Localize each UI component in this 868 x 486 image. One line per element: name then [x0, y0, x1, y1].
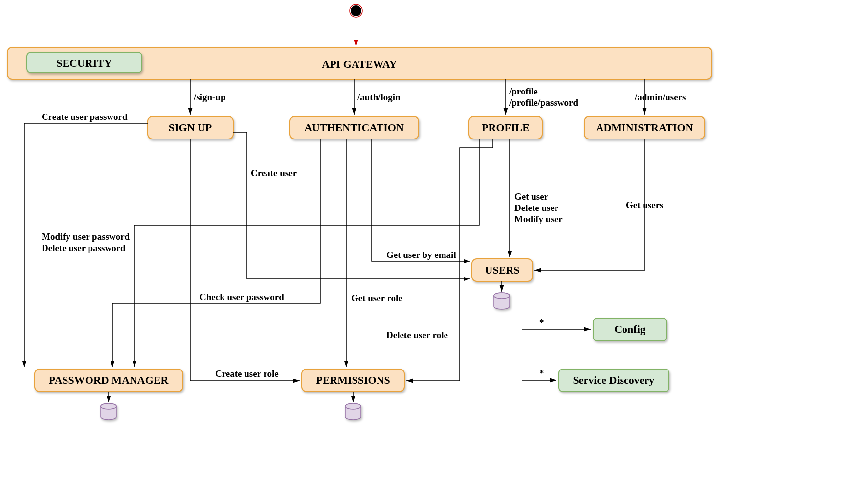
edge-check-user-pw: Check user password	[200, 292, 284, 302]
gateway-label: API GATEWAY	[322, 58, 397, 70]
edge-create-user: Create user	[251, 168, 297, 178]
edge-profile-route2: /profile/password	[509, 97, 579, 108]
edge-get-user-role: Get user role	[351, 293, 402, 303]
profile-label: PROFILE	[482, 121, 530, 134]
edge-create-user-pw: Create user password	[42, 112, 128, 122]
edge-get-users: Get users	[626, 200, 664, 210]
edge-star-discovery: *	[539, 368, 544, 378]
edge-delete-user: Delete user	[514, 203, 559, 213]
users-label: USERS	[485, 264, 520, 276]
svg-point-6	[101, 403, 116, 409]
edge-admin-route: /admin/users	[634, 92, 686, 102]
edge-get-user-email: Get user by email	[386, 250, 456, 260]
db-icon-pwmgr	[101, 403, 116, 420]
initial-node-icon	[351, 5, 361, 16]
edge-modify-user: Modify user	[514, 214, 563, 224]
edge-profile-route1: /profile	[509, 86, 538, 96]
svg-point-8	[345, 403, 361, 409]
discovery-label: Service Discovery	[573, 374, 655, 386]
auth-label: AUTHENTICATION	[304, 121, 404, 134]
db-icon-users	[494, 293, 510, 309]
svg-point-4	[494, 293, 510, 299]
edge-delete-user-pw: Delete user password	[42, 243, 126, 253]
pwmgr-label: PASSWORD MANAGER	[49, 374, 169, 386]
security-label: SECURITY	[56, 57, 112, 69]
edge-star-config: *	[539, 317, 544, 327]
edge-modify-user-pw: Modify user password	[42, 231, 130, 242]
svg-text:PERMISSIONS: PERMISSIONS	[316, 374, 390, 386]
edge-auth-route: /auth/login	[357, 92, 401, 102]
edge-delete-user-role: Delete user role	[386, 330, 448, 340]
config-label: Config	[614, 323, 645, 335]
db-icon-perm	[345, 403, 361, 420]
signup-label: SIGN UP	[169, 121, 212, 134]
edge-get-user: Get user	[514, 191, 549, 202]
edge-create-user-role: Create user role	[215, 369, 279, 379]
admin-label: ADMINISTRATION	[596, 121, 693, 134]
edge-signup-route: /sign-up	[193, 92, 225, 102]
